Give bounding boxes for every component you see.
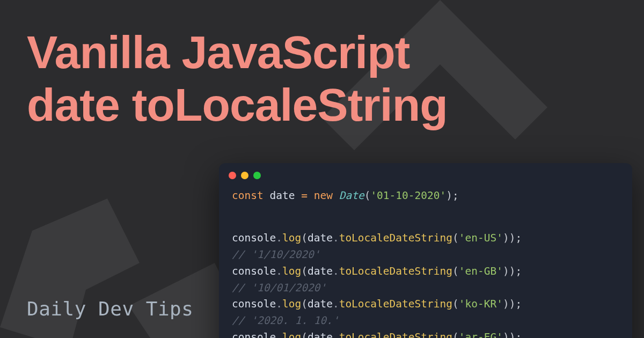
string-locale: 'en-US' xyxy=(459,232,503,244)
string-date-literal: '01-10-2020' xyxy=(370,189,446,202)
identifier-date: date xyxy=(308,265,333,277)
maximize-icon xyxy=(253,172,261,179)
page-title: Vanilla JavaScript date toLocaleString xyxy=(27,26,448,131)
close-icon xyxy=(229,172,236,179)
title-line-2: date toLocaleString xyxy=(27,79,448,130)
code-window: const date = new Date('01-10-2020'); con… xyxy=(219,163,632,338)
keyword-new: new xyxy=(314,189,333,202)
fn-tolocaledatestring: toLocaleDateString xyxy=(339,331,452,338)
fn-log: log xyxy=(282,298,301,310)
title-line-1: Vanilla JavaScript xyxy=(27,26,409,78)
site-name: Daily Dev Tips xyxy=(27,298,193,320)
fn-tolocaledatestring: toLocaleDateString xyxy=(339,265,452,277)
comment: // '10/01/2020' xyxy=(232,282,326,294)
minimize-icon xyxy=(241,172,248,179)
string-locale: 'en-GB' xyxy=(459,265,503,277)
operator-equals: = xyxy=(301,189,308,202)
identifier-date: date xyxy=(308,232,333,244)
fn-log: log xyxy=(282,232,301,244)
keyword-const: const xyxy=(232,189,264,202)
identifier-console: console xyxy=(232,232,276,244)
identifier-date: date xyxy=(308,298,333,310)
fn-tolocaledatestring: toLocaleDateString xyxy=(339,298,452,310)
code-block: const date = new Date('01-10-2020'); con… xyxy=(219,185,632,338)
identifier-date: date xyxy=(308,331,333,338)
identifier-console: console xyxy=(232,331,276,338)
fn-tolocaledatestring: toLocaleDateString xyxy=(339,232,452,244)
identifier-console: console xyxy=(232,265,276,277)
identifier-console: console xyxy=(232,298,276,310)
string-locale: 'ar-EG' xyxy=(459,331,503,338)
string-locale: 'ko-KR' xyxy=(459,298,503,310)
comment: // '1/10/2020' xyxy=(232,248,320,261)
window-titlebar xyxy=(219,163,632,185)
fn-log: log xyxy=(282,265,301,277)
class-date: Date xyxy=(339,189,364,202)
identifier-date: date xyxy=(269,189,295,202)
comment: // '2020. 1. 10.' xyxy=(232,314,339,327)
fn-log: log xyxy=(282,331,301,338)
